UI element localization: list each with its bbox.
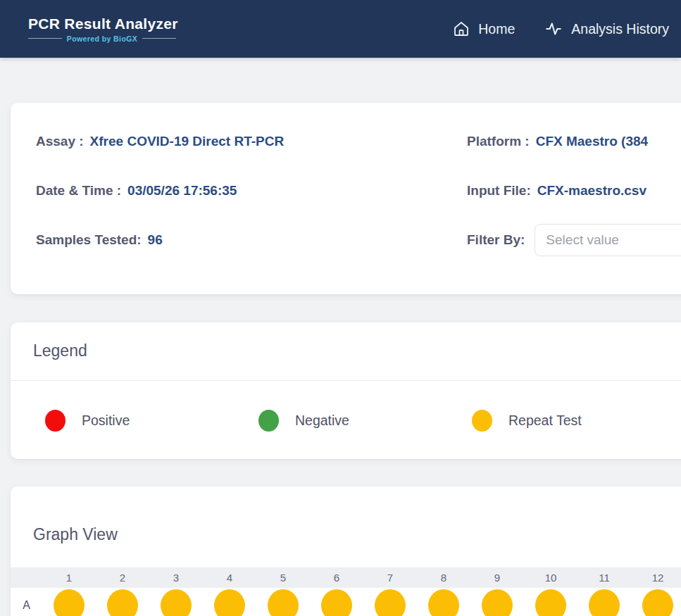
plate-column-label-9: 9 — [470, 572, 524, 584]
samples-tested-label: Samples Tested: — [36, 232, 142, 248]
plate-column-header: 123456789101112 — [11, 567, 681, 588]
well-A9-repeat[interactable] — [482, 589, 513, 616]
plate-column-label-3: 3 — [149, 572, 203, 584]
plate-grid: AB — [11, 588, 681, 616]
plate-column-label-7: 7 — [363, 572, 417, 584]
input-file-value: CFX-maestro.csv — [537, 183, 646, 199]
samples-tested-row: Samples Tested: 96 — [36, 215, 467, 265]
input-file-label: Input File: — [467, 183, 531, 199]
plate-column-label-10: 10 — [524, 572, 577, 584]
graph-view-card: Graph View 123456789101112 AB — [11, 486, 681, 616]
logo-line-left — [28, 38, 62, 39]
well-cell-A7 — [363, 589, 417, 616]
plate-column-label-11: 11 — [577, 572, 631, 584]
plate-column-label-6: 6 — [310, 572, 363, 584]
plate-column-label-8: 8 — [417, 572, 470, 584]
nav-analysis-history-label: Analysis History — [571, 21, 669, 37]
legend-item-repeat: Repeat Test — [472, 410, 681, 432]
legend-item-positive: Positive — [45, 410, 258, 432]
well-A4-repeat[interactable] — [214, 589, 245, 616]
well-A8-repeat[interactable] — [428, 589, 459, 616]
run-summary-card: Assay : Xfree COVID-19 Direct RT-PCR Dat… — [11, 103, 681, 294]
well-A5-repeat[interactable] — [268, 589, 299, 616]
well-A10-repeat[interactable] — [535, 589, 566, 616]
negative-dot-icon — [258, 410, 279, 432]
platform-label: Platform : — [467, 134, 530, 149]
samples-tested-value: 96 — [148, 232, 163, 248]
well-cell-A6 — [310, 589, 363, 616]
logo-subtitle-row: Powered by BioGX — [28, 34, 176, 43]
well-cell-A1 — [42, 589, 96, 616]
well-cell-A8 — [417, 589, 470, 616]
well-A3-repeat[interactable] — [161, 589, 192, 616]
assay-label: Assay : — [36, 134, 84, 149]
assay-row: Assay : Xfree COVID-19 Direct RT-PCR — [36, 117, 467, 166]
pcr-result-analyzer-page: { "header": { "logo_title": "PCR Result … — [0, 0, 681, 616]
well-A1-repeat[interactable] — [54, 589, 85, 616]
datetime-row: Date & Time : 03/05/26 17:56:35 — [36, 166, 467, 215]
datetime-label: Date & Time : — [36, 183, 121, 199]
home-icon — [453, 20, 470, 37]
platform-value: CFX Maestro (384 — [536, 134, 648, 149]
app-logo: PCR Result Analyzer Powered by BioGX — [28, 15, 176, 43]
input-file-row: Input File: CFX-maestro.csv — [467, 166, 681, 215]
nav-item-home[interactable]: Home — [453, 20, 515, 37]
summary-left-column: Assay : Xfree COVID-19 Direct RT-PCR Dat… — [36, 117, 467, 265]
well-cell-A4 — [203, 589, 256, 616]
well-cell-A10 — [524, 589, 577, 616]
plate-column-label-12: 12 — [631, 572, 681, 584]
legend-items: PositiveNegativeRepeat Test — [11, 381, 681, 432]
activity-icon — [544, 20, 563, 38]
well-A6-repeat[interactable] — [321, 589, 352, 616]
legend-card: Legend PositiveNegativeRepeat Test — [11, 322, 681, 459]
platform-row: Platform : CFX Maestro (384 — [467, 117, 681, 166]
app-header: PCR Result Analyzer Powered by BioGX Hom… — [0, 0, 681, 58]
plate-row-label-A: A — [11, 599, 42, 612]
plate-column-label-1: 1 — [42, 572, 96, 584]
main-nav: Home Analysis History — [453, 20, 669, 38]
nav-item-analysis-history[interactable]: Analysis History — [544, 20, 669, 38]
legend-label-repeat: Repeat Test — [508, 413, 582, 429]
summary-right-column: Platform : CFX Maestro (384 Input File: … — [467, 117, 681, 265]
plate-column-label-5: 5 — [256, 572, 310, 584]
nav-home-label: Home — [478, 21, 515, 37]
filter-by-select[interactable] — [535, 224, 681, 256]
logo-title: PCR Result Analyzer — [28, 15, 176, 32]
filter-by-row: Filter By: — [467, 215, 681, 265]
well-cell-A11 — [577, 589, 631, 616]
plate-row-A: A — [11, 588, 681, 616]
well-A11-repeat[interactable] — [589, 589, 620, 616]
well-cell-A5 — [256, 589, 310, 616]
legend-label-positive: Positive — [82, 413, 130, 429]
datetime-value: 03/05/26 17:56:35 — [127, 183, 237, 199]
graph-view-title: Graph View — [11, 506, 681, 544]
plate-column-label-4: 4 — [203, 572, 256, 584]
legend-title: Legend — [11, 322, 681, 381]
logo-subtitle: Powered by BioGX — [67, 34, 137, 43]
plate-column-label-2: 2 — [96, 572, 149, 584]
filter-by-label: Filter By: — [467, 232, 525, 248]
well-cell-A2 — [96, 589, 149, 616]
well-cell-A3 — [149, 589, 203, 616]
well-A12-repeat[interactable] — [642, 589, 673, 616]
well-cell-A9 — [470, 589, 524, 616]
repeat-dot-icon — [472, 410, 492, 432]
well-A2-repeat[interactable] — [107, 589, 138, 616]
legend-label-negative: Negative — [295, 413, 349, 429]
legend-item-negative: Negative — [258, 410, 472, 432]
summary-grid: Assay : Xfree COVID-19 Direct RT-PCR Dat… — [36, 117, 681, 265]
positive-dot-icon — [45, 410, 65, 432]
well-A7-repeat[interactable] — [375, 589, 406, 616]
well-cell-A12 — [631, 589, 681, 616]
assay-value: Xfree COVID-19 Direct RT-PCR — [90, 134, 285, 149]
logo-line-right — [142, 38, 176, 39]
